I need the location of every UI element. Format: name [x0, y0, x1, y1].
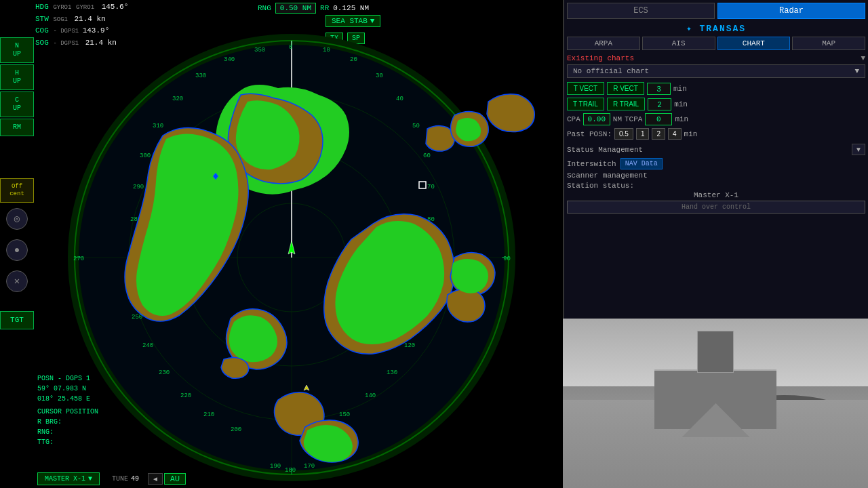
lat-value: 59° 07.983 N	[37, 384, 98, 394]
stab-label: SEA STAB	[332, 17, 368, 25]
map-tab[interactable]: MAP	[792, 37, 865, 50]
tcpa-unit: min	[675, 115, 688, 123]
status-management-dropdown[interactable]: ▼	[852, 144, 865, 155]
ttg-label: TTG:	[37, 437, 98, 447]
deg-350: 350	[254, 47, 265, 54]
deg-240: 240	[142, 342, 153, 349]
rng-value[interactable]: 0.50 NM	[275, 3, 316, 14]
deg-330: 330	[195, 73, 206, 79]
stab-dropdown-area: SEA STAB ▼	[326, 15, 380, 27]
ecs-tab[interactable]: ECS	[567, 3, 715, 19]
cpa-unit: NM	[613, 115, 622, 123]
radar-crosshair-icon[interactable]: ✕	[6, 270, 28, 292]
posn-2-btn[interactable]: 2	[652, 128, 665, 140]
station-status-label: Station status:	[567, 182, 865, 190]
stw-label: STW	[35, 15, 49, 23]
rr-value: 0.125 NM	[333, 4, 369, 12]
posn-05-btn[interactable]: 0.5	[614, 128, 633, 140]
deg-210: 210	[203, 411, 214, 418]
tune-value: 49	[131, 475, 139, 483]
tune-buttons: ◄ AU	[148, 473, 186, 485]
tcpa-label: TCPA	[625, 115, 642, 123]
nav-data-badge[interactable]: NAV Data	[620, 158, 663, 169]
master-x1-label: Master X-1	[567, 191, 865, 199]
vect-minutes-input[interactable]	[647, 83, 671, 95]
tune-area: TUNE 49	[112, 475, 139, 483]
deg-60: 60	[423, 152, 431, 159]
chart-dropdown-icon[interactable]: ▼	[861, 54, 865, 62]
t-trail-button[interactable]: T TRAIL	[567, 98, 604, 110]
deg-200: 200	[231, 426, 241, 433]
deg-0: 0	[289, 44, 292, 51]
tune-label: TUNE	[112, 475, 128, 483]
r-vect-button[interactable]: R VECT	[607, 82, 644, 95]
deg-170: 170	[304, 463, 315, 470]
status-management-row: Status Management ▼	[567, 144, 865, 155]
cpa-label: CPA	[567, 115, 580, 123]
deg-250: 250	[132, 314, 142, 321]
off-cent-button[interactable]: Off cent	[0, 178, 34, 203]
camera-windshield	[697, 331, 734, 373]
vect-row: T VECT R VECT min	[567, 82, 865, 95]
sea-stab-dropdown[interactable]: SEA STAB ▼	[326, 15, 380, 27]
radar-circle-icon-1[interactable]: ◎	[6, 208, 28, 230]
transas-logo: ✦ TRANSAS	[567, 23, 865, 34]
radar-circle-icon-2[interactable]: ●	[6, 239, 28, 261]
deg-90: 90	[503, 256, 511, 262]
svg-marker-4	[682, 403, 749, 437]
deg-20: 20	[350, 56, 357, 63]
right-panel: ECS Radar ✦ TRANSAS ARPA AIS CHART MAP E…	[563, 0, 868, 319]
scanner-management-label: Scanner management	[567, 171, 865, 180]
left-buttons: N UP H UP C UP RM Off cent ◎ ● ✕ TGT	[0, 0, 34, 329]
deg-150: 150	[339, 411, 350, 418]
r-trail-button[interactable]: R TRAIL	[607, 98, 645, 110]
radar-tab[interactable]: Radar	[717, 3, 865, 19]
arpa-tab[interactable]: ARPA	[567, 37, 640, 50]
deg-190: 190	[270, 463, 281, 470]
cpa-value[interactable]: 0.00	[583, 113, 610, 125]
master-x1-button[interactable]: MASTER X-1 ▼	[37, 472, 100, 485]
posn-1-btn[interactable]: 1	[636, 128, 650, 140]
ais-tab[interactable]: AIS	[642, 37, 715, 50]
status-management-label: Status Management	[567, 146, 643, 154]
deg-300: 300	[140, 152, 151, 159]
rm-button[interactable]: RM	[0, 119, 34, 136]
trail-minutes-input[interactable]	[648, 98, 671, 110]
tgt-button[interactable]: TGT	[0, 311, 34, 329]
cog-label: COG	[35, 26, 49, 35]
cpa-row: CPA 0.00 NM TCPA 0 min	[567, 113, 865, 125]
no-chart-chevron[interactable]: ▼	[854, 67, 859, 75]
hdg-label: HDG	[35, 3, 49, 11]
hand-over-button[interactable]: Hand over control	[567, 201, 865, 214]
camera-view	[563, 319, 868, 488]
h-up-button[interactable]: H UP	[0, 64, 34, 90]
tcpa-value[interactable]: 0	[645, 113, 672, 125]
camera-bow-svg	[670, 403, 762, 437]
cursor-position-label: CURSOR POSITION	[37, 407, 98, 417]
trail-min-label: min	[674, 100, 688, 108]
existing-charts-label: Existing charts	[567, 54, 634, 62]
hdg-value: 145.6°	[102, 3, 129, 11]
landmass-far-right	[487, 94, 534, 132]
rng-label: RNG	[258, 4, 271, 12]
mode-tabs: ECS Radar	[567, 3, 865, 19]
au-button[interactable]: AU	[164, 473, 186, 485]
c-up-button[interactable]: C UP	[0, 92, 34, 117]
past-posn-label: Past POSN:	[567, 130, 612, 138]
deg-30: 30	[376, 73, 383, 79]
tune-minus[interactable]: ◄	[148, 473, 163, 485]
t-vect-button[interactable]: T VECT	[567, 82, 604, 95]
hdg-source: GYRO1	[53, 4, 71, 11]
trail-row: T TRAIL R TRAIL min	[567, 98, 865, 110]
stab-chevron: ▼	[370, 17, 375, 25]
bottom-status-bar: MASTER X-1 ▼ TUNE 49 ◄ AU	[37, 472, 546, 485]
deg-10: 10	[323, 47, 330, 54]
deg-70: 70	[427, 184, 435, 190]
posn-4-btn[interactable]: 4	[668, 128, 682, 140]
radar-svg: 0 180 270 90 10 350 20 340 30 330 40 320…	[47, 34, 536, 481]
chart-tab[interactable]: CHART	[717, 37, 791, 50]
n-up-button[interactable]: N UP	[0, 37, 34, 63]
no-chart-text: No official chart	[573, 67, 649, 75]
interswitch-row: Interswitch NAV Data	[567, 158, 865, 169]
bottom-left-info: POSN - DGPS 1 59° 07.983 N 018° 25.458 E…	[37, 373, 98, 447]
